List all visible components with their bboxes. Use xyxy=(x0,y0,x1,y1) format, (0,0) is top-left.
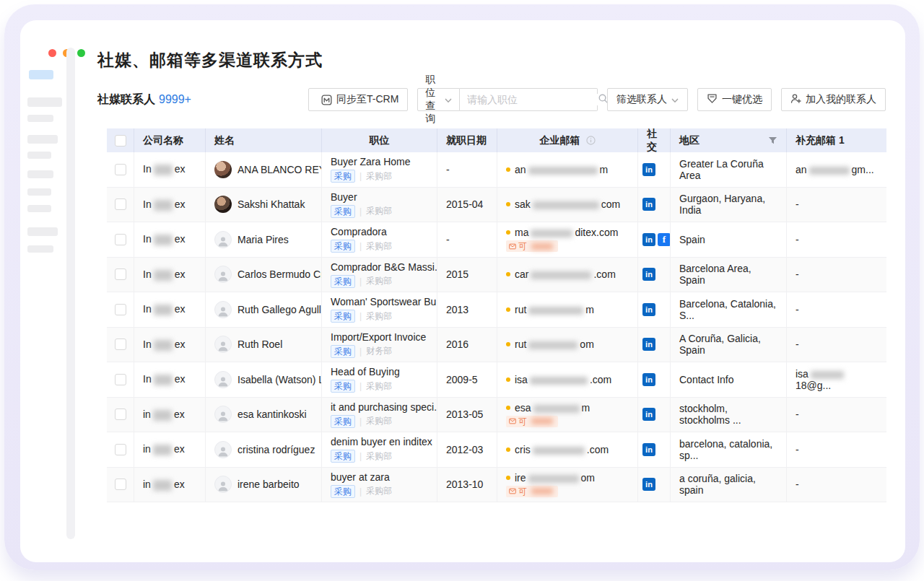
reachable-tag: 可 xyxy=(506,486,558,497)
add-my-contacts-button[interactable]: 加入我的联系人 xyxy=(781,88,886,111)
social-cell: in xyxy=(638,362,671,397)
page-title: 社媒、邮箱等多渠道联系方式 xyxy=(97,49,323,71)
company-name-cell: Inex xyxy=(134,292,206,327)
linkedin-icon[interactable]: in xyxy=(642,338,655,351)
sidebar-item-skeleton xyxy=(27,115,53,122)
department-name: 采购部 xyxy=(366,380,392,393)
position-query-select[interactable]: 职位查询 xyxy=(417,88,460,111)
row-checkbox[interactable] xyxy=(115,444,126,455)
row-checkbox[interactable] xyxy=(115,234,126,245)
contact-name: Ruth Gallego Agulló xyxy=(237,304,322,315)
linkedin-icon[interactable]: in xyxy=(642,478,655,491)
funnel-filter-icon[interactable] xyxy=(768,136,777,145)
row-checkbox[interactable] xyxy=(115,479,126,490)
sync-to-tcrm-button[interactable]: 同步至T-CRM xyxy=(308,88,408,111)
contact-name-cell: cristina rodríguez xyxy=(206,432,322,467)
linkedin-icon[interactable]: in xyxy=(642,198,655,211)
email-line: rutm xyxy=(506,304,594,315)
linkedin-icon[interactable]: in xyxy=(642,373,655,386)
contact-name: ANA BLANCO REY xyxy=(237,164,322,175)
filter-contacts-button[interactable]: 筛选联系人 xyxy=(607,88,688,111)
table-row: inexesa kantinkoskiit and purchasing spe… xyxy=(107,398,886,433)
premium-badge-icon xyxy=(707,93,718,106)
hire-date-cell: - xyxy=(437,222,497,257)
row-checkbox[interactable] xyxy=(115,304,126,315)
email-line: esam xyxy=(506,402,590,414)
row-checkbox-cell xyxy=(107,432,134,467)
tag-separator: | xyxy=(359,311,362,321)
position-query-label: 职位查询 xyxy=(425,74,440,126)
contact-name: esa kantinkoski xyxy=(237,409,307,420)
contact-name: irene barbeito xyxy=(237,479,300,490)
extra-email: - xyxy=(796,409,799,420)
contact-name-cell: esa kantinkoski xyxy=(206,398,322,432)
company-name: Inex xyxy=(143,233,185,245)
redacted-text xyxy=(531,488,553,494)
region-cell: Barcelona, Catalonia, S... xyxy=(671,292,787,327)
email-line: isa.com xyxy=(506,374,611,385)
one-click-select-button[interactable]: 一键优选 xyxy=(697,88,772,111)
row-checkbox[interactable] xyxy=(115,164,126,175)
close-window-button[interactable] xyxy=(48,49,56,57)
position-title: buyer at zara xyxy=(331,471,390,483)
avatar-placeholder-icon xyxy=(214,476,232,493)
redacted-text xyxy=(531,418,553,424)
region-text: Barcelona, Catalonia, S... xyxy=(679,298,777,321)
hire-date-cell: 2015-04 xyxy=(437,188,497,222)
position-tags: 采购|采购部 xyxy=(331,415,392,428)
row-checkbox[interactable] xyxy=(115,338,126,350)
person-plus-icon xyxy=(790,93,801,106)
row-checkbox[interactable] xyxy=(115,409,126,420)
hire-date: - xyxy=(446,164,450,175)
info-circle-icon[interactable] xyxy=(586,136,596,145)
extra-email-cell: - xyxy=(787,292,886,327)
row-checkbox-cell xyxy=(107,328,134,362)
email-line: cris.com xyxy=(506,444,609,455)
redacted-text xyxy=(811,371,844,379)
one-click-select-label: 一键优选 xyxy=(722,93,762,106)
position-cell: Buyer Zara Home采购|采购部 xyxy=(322,152,437,187)
row-checkbox[interactable] xyxy=(115,374,126,385)
header-hire-date: 就职日期 xyxy=(437,128,497,152)
linkedin-icon[interactable]: in xyxy=(642,303,655,316)
table-row: InexANA BLANCO REYBuyer Zara Home采购|采购部-… xyxy=(107,152,886,188)
position-search-input[interactable] xyxy=(467,94,598,105)
redacted-text xyxy=(154,305,173,315)
company-name: Inex xyxy=(143,268,185,281)
email-address: sakcom xyxy=(515,198,620,210)
extra-email-cell: - xyxy=(787,258,886,292)
email-status-dot xyxy=(506,476,510,480)
linkedin-icon[interactable]: in xyxy=(642,408,655,421)
row-checkbox[interactable] xyxy=(115,198,126,210)
browser-window: 社媒、邮箱等多渠道联系方式 社媒联系人9999+ 同步至T-CRM 职位查询 xyxy=(20,20,905,562)
hire-date: 2013-05 xyxy=(446,409,483,420)
linkedin-icon[interactable]: in xyxy=(642,443,655,456)
email-address: rutom xyxy=(515,338,594,350)
company-name: Inex xyxy=(143,303,185,315)
t-crm-logo-icon xyxy=(321,95,332,105)
redacted-text xyxy=(528,307,583,315)
select-all-checkbox[interactable] xyxy=(115,135,126,147)
facebook-icon[interactable]: f xyxy=(658,233,671,246)
social-cell: in xyxy=(638,328,671,362)
redacted-text xyxy=(533,405,580,413)
email-status-dot xyxy=(506,307,510,312)
region-text: Gurgaon, Haryana, India xyxy=(679,193,777,216)
linkedin-icon[interactable]: in xyxy=(642,163,655,176)
extra-email: isa18@g... xyxy=(796,368,878,391)
position-tags: 采购|采购部 xyxy=(331,240,392,253)
header-social: 社交 xyxy=(638,128,671,152)
position-title: it and purchasing speci... xyxy=(331,401,437,413)
contact-name-cell: Isabella (Watson) L... xyxy=(206,362,322,397)
email-address: maditex.com xyxy=(515,227,618,238)
linkedin-icon[interactable]: in xyxy=(642,268,655,281)
region-cell: Barcelona Area, Spain xyxy=(671,258,787,292)
row-checkbox[interactable] xyxy=(115,268,126,280)
department-tag: 采购 xyxy=(331,380,355,393)
social-cell: inf xyxy=(638,222,671,257)
linkedin-icon[interactable]: in xyxy=(642,233,655,246)
extra-email: - xyxy=(796,444,799,455)
maximize-window-button[interactable] xyxy=(77,49,85,57)
email-status-dot xyxy=(506,230,510,235)
tag-separator: | xyxy=(359,206,362,217)
